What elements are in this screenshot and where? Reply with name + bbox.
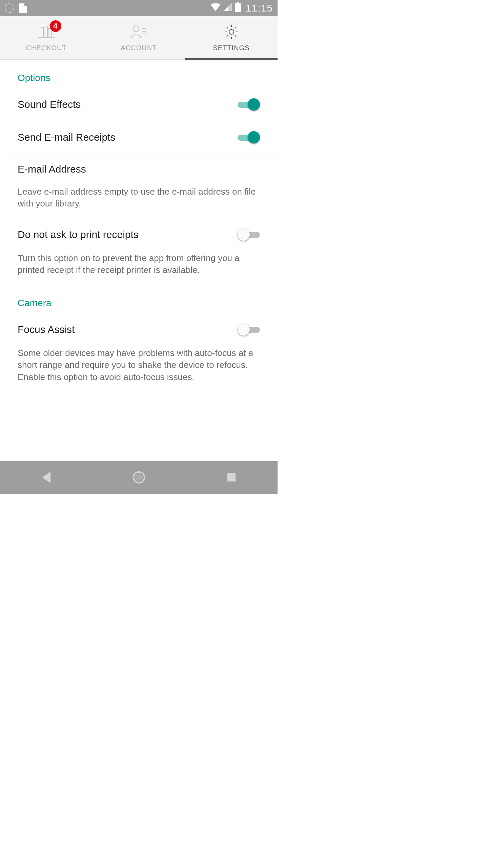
nav-back-button[interactable] [39,470,54,485]
status-clock: 11:15 [246,2,273,14]
tab-account[interactable]: ACCOUNT [93,16,185,59]
android-nav-bar [0,461,278,494]
status-right-group: 11:15 [210,2,273,14]
tab-checkout[interactable]: 4 CHECKOUT [0,16,93,59]
label-focus-assist: Focus Assist [18,324,75,335]
status-left-group [5,3,27,13]
top-tabs: 4 CHECKOUT ACCOUNT [0,16,278,60]
tab-settings-label: SETTINGS [213,44,249,52]
checkout-badge: 4 [50,20,61,32]
wifi-icon [210,3,221,14]
switch-sound-effects[interactable] [238,98,260,111]
helper-focus-assist: Some older devices may have problems wit… [0,346,278,392]
switch-focus-assist[interactable] [238,323,260,336]
cell-signal-icon [223,3,232,14]
helper-no-print: Turn this option on to prevent the app f… [0,251,278,285]
svg-rect-3 [44,26,47,37]
tab-checkout-label: CHECKOUT [26,44,66,52]
switch-send-email-receipts[interactable] [238,131,260,144]
label-no-print: Do not ask to print receipts [18,229,139,240]
svg-rect-2 [40,27,43,37]
svg-point-6 [133,26,139,32]
sync-icon [5,3,14,13]
svg-point-12 [135,474,143,481]
nav-recent-button[interactable] [224,470,239,485]
books-icon: 4 [38,24,55,40]
android-status-bar: 11:15 [0,0,278,16]
label-email-address: E-mail Address [18,163,86,175]
tab-settings[interactable]: SETTINGS [185,16,278,59]
svg-point-10 [229,29,234,34]
section-title-camera: Camera [0,285,278,313]
gear-icon [223,24,240,40]
sd-card-icon [19,3,27,13]
row-email-address[interactable]: E-mail Address [0,154,278,184]
row-focus-assist[interactable]: Focus Assist [0,313,278,346]
helper-email-address: Leave e-mail address empty to use the e-… [0,184,278,218]
row-sound-effects[interactable]: Sound Effects [7,88,278,121]
nav-home-button[interactable] [131,470,146,485]
svg-rect-13 [227,473,236,481]
svg-rect-1 [237,2,239,4]
tab-account-label: ACCOUNT [121,44,157,52]
settings-content: Options Sound Effects Send E-mail Receip… [0,60,278,461]
battery-icon [235,2,241,14]
row-send-email-receipts[interactable]: Send E-mail Receipts [7,121,278,154]
label-send-email-receipts: Send E-mail Receipts [18,132,115,143]
account-icon [131,24,147,40]
svg-rect-0 [235,3,241,12]
row-no-print[interactable]: Do not ask to print receipts [0,218,278,251]
label-sound-effects: Sound Effects [18,99,81,110]
section-title-options: Options [0,60,278,88]
switch-no-print[interactable] [238,228,260,241]
